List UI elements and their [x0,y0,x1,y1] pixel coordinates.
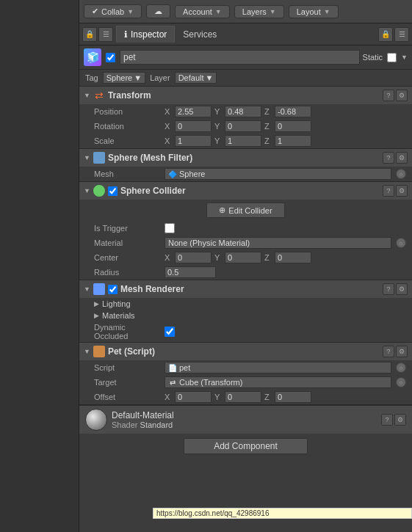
is-trigger-label: Is Trigger [94,224,160,233]
spherecollider-collapse-icon: ▼ [84,187,90,194]
account-button[interactable]: Account ▼ [175,5,230,18]
is-trigger-row: Is Trigger [79,221,412,236]
transform-menu-button[interactable]: ⚙ [396,90,408,101]
tag-dropdown[interactable]: Sphere ▼ [103,72,145,84]
petscript-collapse-icon: ▼ [84,348,90,355]
oy-input[interactable] [225,391,261,403]
ox-input[interactable] [175,391,212,403]
scale-x-input[interactable] [175,135,212,147]
menu-right-icon: ☰ [399,30,405,38]
target-select-button[interactable]: ○ [396,377,406,387]
transform-ref-button[interactable]: ? [383,90,394,101]
radius-label: Radius [94,268,160,277]
static-label: Static [363,53,383,62]
target-ref-icon: ⇄ [168,378,177,387]
meshrenderer-icon [93,283,105,295]
layer-dropdown[interactable]: Default ▼ [175,72,217,84]
collider-material-select-button[interactable]: ○ [396,238,406,248]
material-ref-button[interactable]: ? [381,414,393,426]
target-field: ⇄ Cube (Transform) [165,376,391,388]
cz-input[interactable] [275,252,311,263]
oz-input[interactable] [275,391,311,403]
menu-right-button[interactable]: ☰ [394,27,409,42]
petscript-ref-button[interactable]: ? [383,346,394,357]
target-row: Target ⇄ Cube (Transform) ○ [79,375,412,390]
edit-collider-button[interactable]: ⊕ Edit Collider [206,203,284,218]
spherecollider-ref-button[interactable]: ? [383,185,394,197]
scale-y-input[interactable] [225,135,261,147]
meshrenderer-title: Mesh Renderer [120,284,380,294]
script-ref-icon: 📄 [168,363,177,372]
collab-icon: ✔ [92,7,98,16]
meshfilter-menu-button[interactable]: ⚙ [396,152,408,164]
meshrenderer-menu-button[interactable]: ⚙ [396,283,408,295]
transform-header[interactable]: ▼ ⇄ Transform ? ⚙ [79,87,412,104]
collab-arrow-icon: ▼ [127,8,134,15]
add-component-button[interactable]: Add Component [184,438,308,454]
spherecollider-header[interactable]: ▼ Sphere Collider ? ⚙ [79,182,412,200]
tab-bar: 🔒 ☰ ℹ Inspector Services 🔒 ☰ [79,23,412,45]
material-shader-value: Standard [140,420,173,429]
layer-label: Layer [150,73,170,82]
layers-arrow-icon: ▼ [270,8,276,15]
account-label: Account [183,7,212,16]
menu-button[interactable]: ☰ [98,27,113,42]
transform-icon: ⇄ [93,90,105,101]
material-shader-row: Shader Standard [112,420,377,429]
meshrenderer-ref-button[interactable]: ? [383,283,394,295]
is-trigger-checkbox[interactable] [165,223,175,233]
material-buttons: ? ⚙ [381,414,406,426]
layers-button[interactable]: Layers ▼ [234,5,284,18]
rot-x-label: X [165,122,172,131]
tab-services[interactable]: Services [175,26,225,43]
lighting-section[interactable]: ▶ Lighting [79,298,412,310]
cx-input[interactable] [175,252,212,263]
offset-xyz: X Y Z [165,391,406,403]
collab-button[interactable]: ✔ Collab ▼ [84,4,142,18]
cy-input[interactable] [225,252,261,263]
material-menu-button[interactable]: ⚙ [394,414,406,426]
spherecollider-menu-button[interactable]: ⚙ [396,185,408,197]
cx-label: X [165,253,172,262]
pos-y-input[interactable] [225,106,261,117]
meshfilter-header[interactable]: ▼ Sphere (Mesh Filter) ? ⚙ [79,149,412,167]
pos-z-input[interactable] [275,106,311,117]
petscript-component: ▼ Pet (Script) ? ⚙ Script 📄 pet ○ Target [79,343,412,405]
meshrenderer-enabled-checkbox[interactable] [108,285,118,294]
pos-x-input[interactable] [175,106,212,117]
meshrenderer-header[interactable]: ▼ Mesh Renderer ? ⚙ [79,280,412,298]
rot-y-input[interactable] [225,120,261,132]
rotation-row: Rotation X Y Z [79,119,412,134]
position-xyz: X Y Z [165,106,406,117]
rot-z-input[interactable] [275,120,311,132]
rot-x-input[interactable] [175,120,212,132]
tab-inspector[interactable]: ℹ Inspector [116,26,175,43]
tag-arrow-icon: ▼ [134,73,142,82]
scale-x-label: X [165,136,172,145]
materials-section[interactable]: ▶ Materials [79,310,412,321]
url-bar: https://blog.csdn.net/qq_42986916 [153,508,412,519]
lock-right-button[interactable]: 🔒 [378,27,393,42]
script-select-button[interactable]: ○ [396,362,406,373]
scale-label: Scale [94,136,160,145]
meshrenderer-component: ▼ Mesh Renderer ? ⚙ ▶ Lighting ▶ Materia… [79,280,412,343]
url-text: https://blog.csdn.net/qq_42986916 [156,509,269,517]
mesh-select-button[interactable]: ○ [396,169,406,179]
static-checkbox[interactable] [387,53,397,62]
petscript-menu-button[interactable]: ⚙ [396,346,408,357]
spherecollider-enabled-checkbox[interactable] [108,186,118,196]
cloud-button[interactable]: ☁ [146,4,170,18]
tab-left-icons: 🔒 ☰ [82,27,113,42]
add-component-label: Add Component [214,441,278,451]
object-name-input[interactable] [120,50,360,65]
meshfilter-ref-button[interactable]: ? [383,152,394,164]
lock-button[interactable]: 🔒 [82,27,97,42]
inspector-panel: 🧊 Static ▼ Tag Sphere ▼ Layer Default ▼ … [79,45,412,532]
object-active-checkbox[interactable] [106,53,115,62]
petscript-header[interactable]: ▼ Pet (Script) ? ⚙ [79,343,412,360]
radius-input[interactable] [165,266,216,278]
scale-z-input[interactable] [275,135,311,147]
dynamic-occluded-checkbox[interactable] [165,327,175,337]
collab-label: Collab [101,7,124,16]
layout-button[interactable]: Layout ▼ [289,5,339,18]
